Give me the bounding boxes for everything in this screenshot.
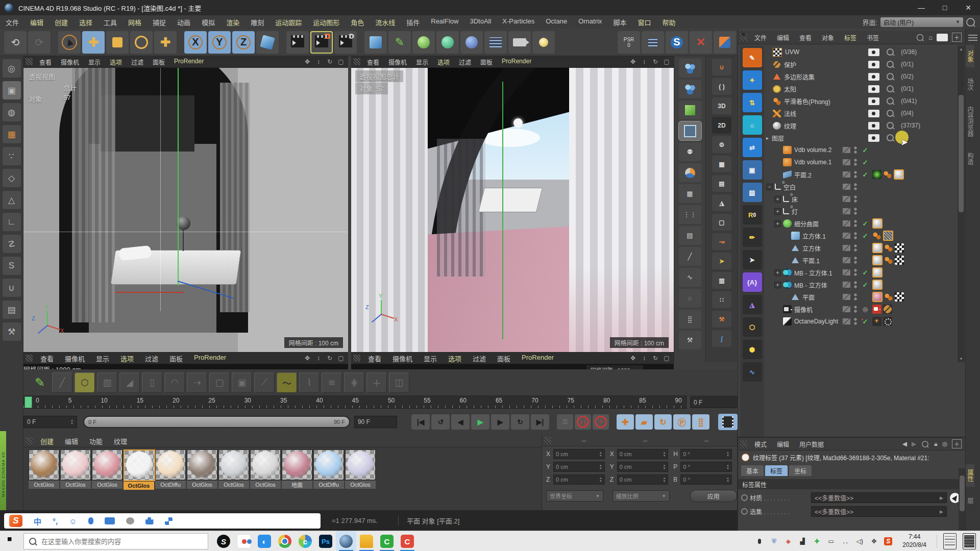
ime-profile-icon[interactable]: [126, 517, 134, 524]
box-tool-icon[interactable]: ▢: [209, 372, 230, 393]
panel-side-tab[interactable]: 内容浏览器: [966, 101, 974, 142]
material-item[interactable]: OctGlos: [187, 449, 217, 490]
tag-filter-row[interactable]: UVW (0/36): [764, 46, 954, 58]
next-frame-button[interactable]: ▶: [491, 414, 509, 430]
toggle-view-icon[interactable]: ▢: [663, 355, 671, 362]
start-button[interactable]: [0, 531, 23, 551]
coord-input[interactable]: 0 °▲▼: [680, 449, 732, 459]
material-item[interactable]: OctGlos: [29, 449, 59, 490]
material-item[interactable]: OctGlos: [250, 449, 281, 490]
object-name[interactable]: 细分曲面: [794, 219, 819, 228]
radio-icon[interactable]: [741, 494, 748, 501]
key-position-button[interactable]: ✚: [617, 414, 634, 430]
knife-cmd-icon[interactable]: ╱: [679, 247, 701, 266]
object-row[interactable]: − 空白: [764, 181, 954, 193]
material-item[interactable]: OctGlos: [345, 449, 376, 490]
menu-item[interactable]: 摄像机: [56, 58, 84, 66]
material-thumbnail[interactable]: [282, 449, 312, 480]
menu-item[interactable]: 文件: [749, 33, 772, 42]
tag-protection-icon[interactable]: [883, 305, 892, 314]
menu-item[interactable]: 角色: [345, 17, 370, 27]
coord-input[interactable]: 0 °▲▼: [680, 462, 732, 472]
object-row[interactable]: + MB - 立方体.1: [764, 266, 954, 279]
menu-item[interactable]: ProRender: [497, 58, 536, 66]
hammer-cmd-icon[interactable]: ⚒: [679, 331, 701, 349]
enable-state-icon[interactable]: [861, 232, 869, 240]
attr-search-icon[interactable]: [922, 441, 928, 447]
object-row[interactable]: + 床: [764, 193, 954, 205]
viewport-3-collapsed[interactable]: 查看摄像机显示选项过滤面板ProRender ✥ ↕ ↻ ▢ 网格间距 : 10…: [23, 352, 348, 370]
menu-item[interactable]: 显示: [418, 354, 443, 363]
rotate-tool-button[interactable]: [130, 31, 153, 54]
menu-item[interactable]: 查看: [35, 58, 56, 66]
taskbar-camtasia-icon[interactable]: C: [377, 531, 397, 551]
menu-item[interactable]: 选择: [74, 17, 98, 27]
live-selection-button[interactable]: [58, 31, 81, 54]
drag-grip-icon[interactable]: [26, 355, 33, 362]
layer-color-chip[interactable]: [843, 208, 850, 214]
menu-item[interactable]: 纹理: [108, 436, 133, 446]
menu-item[interactable]: 查看: [794, 33, 817, 42]
taskbar-360-icon[interactable]: [234, 531, 254, 551]
sculpt-pen-icon[interactable]: ✎: [30, 372, 50, 393]
history-back-icon[interactable]: ◀: [902, 440, 907, 447]
quantize-grid-icon[interactable]: ▤: [3, 300, 21, 319]
tray-sogou-icon[interactable]: S: [884, 537, 892, 545]
object-row[interactable]: OctaneDayLight: [764, 315, 954, 328]
cube-add-icon[interactable]: ▯: [142, 372, 162, 393]
grid2-cmd-icon[interactable]: ▥: [712, 272, 731, 289]
current-frame-input[interactable]: 0 F▲▼: [23, 416, 77, 428]
zoom-view-icon[interactable]: ↕: [640, 58, 648, 65]
next-key-button[interactable]: ↻: [511, 414, 529, 430]
spread-tool-icon[interactable]: ⇢: [187, 372, 207, 393]
cube-small-icon[interactable]: ▢: [712, 214, 731, 231]
coord-input[interactable]: 0 cm▲▼: [553, 474, 605, 485]
tag-filter-row[interactable]: 保护 (0/1): [764, 58, 954, 70]
viewport-4-collapsed[interactable]: 查看摄像机显示选项过滤面板ProRender ✥ ↕ ↻ ▢ 网格间距 : 10…: [351, 352, 674, 370]
menu-item[interactable]: 插件: [401, 17, 425, 27]
paint-setup-button[interactable]: [714, 31, 736, 54]
mini-layout-button[interactable]: [642, 31, 664, 54]
object-name[interactable]: 立方体: [802, 244, 821, 253]
grid-snap2-icon[interactable]: ▤: [712, 175, 731, 192]
swap-arrows-icon[interactable]: ⇄: [743, 138, 762, 157]
menu-item[interactable]: 过滤: [454, 58, 476, 66]
tag-filter-row[interactable]: 纹理 (37/37): [764, 119, 954, 132]
menu-item[interactable]: 运动图形: [307, 17, 345, 27]
layers-row[interactable]: ▸ 图层: [764, 132, 954, 144]
spline-wave-icon[interactable]: ∿: [743, 362, 762, 382]
purple-nav-icon[interactable]: ◮: [743, 295, 762, 314]
solo-mode-icon[interactable]: S: [3, 257, 21, 275]
eye-icon[interactable]: [868, 134, 879, 142]
interface-dropdown[interactable]: 启动 (用户)▼: [880, 17, 963, 27]
taskbar-red-c-icon[interactable]: C: [397, 531, 418, 551]
material-item[interactable]: 地面: [282, 449, 312, 490]
snap-2d-button[interactable]: 2D: [712, 117, 731, 134]
menu-item[interactable]: 摄像机: [59, 354, 90, 363]
toggle-view-icon[interactable]: ▢: [337, 58, 345, 65]
layout-menu-icon[interactable]: [968, 34, 977, 41]
image-viewer-2-icon[interactable]: ▨: [743, 183, 762, 202]
keyframe-selection-button[interactable]: ?: [593, 414, 609, 430]
menu-item[interactable]: 对象: [817, 33, 839, 42]
ime-skin-icon[interactable]: [145, 517, 154, 524]
model-mode-icon[interactable]: ▣: [3, 81, 21, 99]
pan-view-icon[interactable]: ✥: [303, 355, 311, 362]
previous-key-button[interactable]: ↺: [431, 414, 450, 430]
redo-button[interactable]: ⟳: [28, 31, 51, 54]
rotate-view-icon[interactable]: ↻: [651, 58, 659, 65]
cursor-cmd-icon[interactable]: ➤: [712, 253, 731, 269]
layer-color-chip[interactable]: [843, 245, 850, 251]
material-thumbnail[interactable]: [313, 449, 344, 480]
image-viewer-icon[interactable]: ▣: [743, 160, 762, 180]
layer-color-chip[interactable]: [843, 318, 850, 324]
material-thumbnail[interactable]: [92, 449, 122, 480]
tag-texpink-icon[interactable]: [872, 292, 883, 302]
magnifier-icon[interactable]: [887, 73, 894, 80]
layer-color-chip[interactable]: [843, 184, 850, 190]
layer-color-chip[interactable]: [843, 171, 850, 178]
object-row[interactable]: 平面.2: [764, 168, 954, 181]
menu-item[interactable]: 捕捉: [147, 17, 172, 27]
attribute-tab[interactable]: 标签: [765, 465, 788, 476]
maximize-button[interactable]: □: [933, 0, 957, 15]
